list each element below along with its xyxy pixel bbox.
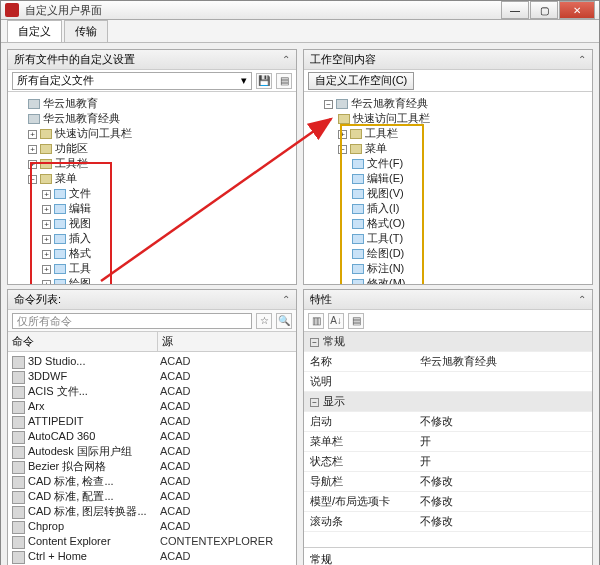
command-row[interactable]: CAD 标准, 配置...ACAD <box>10 489 294 504</box>
command-row[interactable]: CAD 标准, 图层转换器...ACAD <box>10 504 294 519</box>
command-row[interactable]: AutoCAD 360ACAD <box>10 429 294 444</box>
main-tabs: 自定义 传输 <box>1 20 599 43</box>
window-title: 自定义用户界面 <box>25 3 500 18</box>
command-row[interactable]: 3DDWFACAD <box>10 369 294 384</box>
categorized-icon[interactable]: ▥ <box>308 313 324 329</box>
collapse-icon[interactable]: ⌃ <box>578 294 586 305</box>
app-icon <box>5 3 19 17</box>
command-row[interactable]: ATTIPEDITACAD <box>10 414 294 429</box>
customization-tree[interactable]: 华云旭教育 华云旭教育经典 +快速访问工具栏 +功能区 +工具栏 −菜单 +文件… <box>8 92 296 284</box>
properties-description: 常规 <box>304 547 592 565</box>
maximize-button[interactable]: ▢ <box>530 1 558 19</box>
tab-transfer[interactable]: 传输 <box>64 20 108 42</box>
search-icon[interactable]: 🔍 <box>276 313 292 329</box>
collapse-icon[interactable]: ⌃ <box>282 54 290 65</box>
alphabetical-icon[interactable]: A↓ <box>328 313 344 329</box>
customize-workspace-button[interactable]: 自定义工作空间(C) <box>308 72 414 90</box>
command-row[interactable]: Autodesk 国际用户组ACAD <box>10 444 294 459</box>
minimize-button[interactable]: — <box>501 1 529 19</box>
expand-icon[interactable]: ▤ <box>348 313 364 329</box>
collapse-icon[interactable]: ⌃ <box>282 294 290 305</box>
properties-grid[interactable]: −常规 名称华云旭教育经典 说明 −显示 启动不修改 菜单栏开 状态栏开 导航栏… <box>304 332 592 547</box>
properties-panel-header: 特性 ⌃ <box>304 290 592 310</box>
command-row[interactable]: ArxACAD <box>10 399 294 414</box>
titlebar: 自定义用户界面 — ▢ ✕ <box>1 1 599 20</box>
command-row[interactable]: Ctrl + HomeACAD <box>10 549 294 564</box>
open-icon[interactable]: ▤ <box>276 73 292 89</box>
workspace-panel-header: 工作空间内容 ⌃ <box>304 50 592 70</box>
close-button[interactable]: ✕ <box>559 1 595 19</box>
collapse-icon[interactable]: ⌃ <box>578 54 586 65</box>
custom-panel-header: 所有文件中的自定义设置 ⌃ <box>8 50 296 70</box>
command-row[interactable]: ACIS 文件...ACAD <box>10 384 294 399</box>
command-row[interactable]: CAD 标准, 检查...ACAD <box>10 474 294 489</box>
save-icon[interactable]: 💾 <box>256 73 272 89</box>
command-row[interactable]: Bezier 拟合网格ACAD <box>10 459 294 474</box>
command-table-header: 命令 源 <box>8 332 296 352</box>
command-row[interactable]: Content ExplorerCONTENTEXPLORER <box>10 534 294 549</box>
command-row[interactable]: ChpropACAD <box>10 519 294 534</box>
workspace-tree[interactable]: −华云旭教育经典 快速访问工具栏 +工具栏 −菜单 文件(F) 编辑(E) 视图… <box>304 92 592 284</box>
command-row[interactable]: 3D Studio...ACAD <box>10 354 294 369</box>
command-panel-header: 命令列表: ⌃ <box>8 290 296 310</box>
command-search-input[interactable]: 仅所有命令 <box>12 313 252 329</box>
tab-customize[interactable]: 自定义 <box>7 20 62 42</box>
command-list[interactable]: 3D Studio...ACAD3DDWFACADACIS 文件...ACADA… <box>8 352 296 565</box>
files-combo[interactable]: 所有自定义文件▾ <box>12 72 252 90</box>
star-icon[interactable]: ☆ <box>256 313 272 329</box>
